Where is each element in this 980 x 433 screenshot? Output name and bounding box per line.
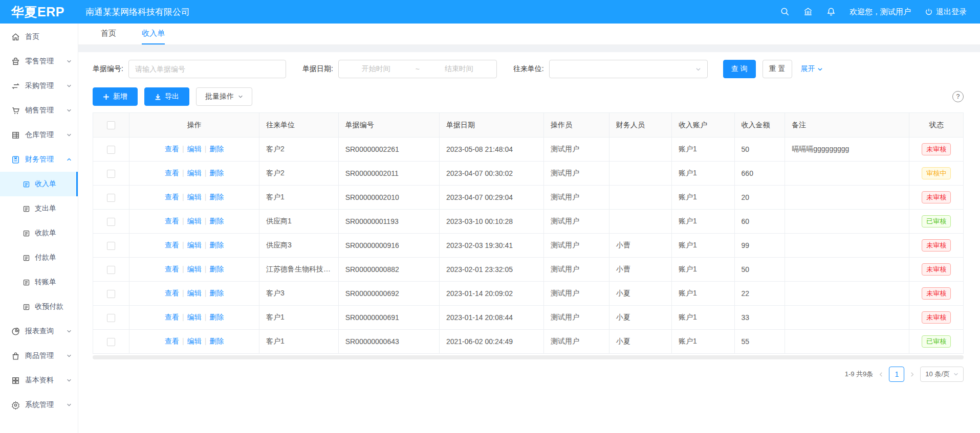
sidebar-item-finance[interactable]: 财务管理 [0,147,78,172]
sidebar-item-warehouse[interactable]: 仓库管理 [0,123,78,147]
content-divider [78,45,980,52]
view-link[interactable]: 查看 [165,241,179,249]
horizontal-scrollbar[interactable] [93,355,964,359]
row-checkbox[interactable] [107,194,115,202]
amount-cell: 55 [734,330,785,354]
bill-no-cell: SR00000002011 [338,162,439,186]
row-checkbox[interactable] [107,242,115,250]
table-row[interactable]: 查看|编辑|删除 客户3 SR00000000692 2023-01-14 20… [93,282,964,306]
edit-link[interactable]: 编辑 [187,265,202,273]
chevron-down-icon [67,59,72,64]
delete-link[interactable]: 删除 [209,145,224,153]
row-checkbox[interactable] [107,290,115,298]
table-row[interactable]: 查看|编辑|删除 客户1 SR00000000691 2023-01-14 20… [93,306,964,330]
status-badge: 未审核 [922,143,951,155]
partner-label: 往来单位: [513,64,544,74]
delete-link[interactable]: 删除 [209,241,224,249]
export-button[interactable]: 导出 [144,87,189,106]
bill-no-input[interactable] [128,60,286,78]
delete-link[interactable]: 删除 [209,313,224,321]
partner-select[interactable] [549,60,708,78]
search-icon[interactable] [780,7,790,16]
sidebar-item-home[interactable]: 首页 [0,25,78,49]
status-cell: 未审核 [909,138,964,162]
edit-link[interactable]: 编辑 [187,145,202,153]
sidebar-item-label: 财务管理 [25,155,54,164]
sidebar-item-basic-data[interactable]: 基本资料 [0,368,78,393]
cart-icon [11,106,20,115]
add-button[interactable]: 新增 [93,87,138,106]
sidebar-item-expense-bill[interactable]: 支出单 [0,196,78,221]
export-label: 导出 [165,92,179,101]
view-link[interactable]: 查看 [165,169,179,177]
edit-link[interactable]: 编辑 [187,193,202,201]
expand-link[interactable]: 展开 [801,64,823,74]
edit-link[interactable]: 编辑 [187,337,202,345]
row-checkbox[interactable] [107,170,115,178]
sidebar-item-goods[interactable]: 商品管理 [0,344,78,368]
table-row[interactable]: 查看|编辑|删除 供应商1 SR00000001193 2023-03-10 0… [93,210,964,234]
next-page-icon[interactable] [909,372,915,377]
help-icon[interactable]: ？ [952,91,964,102]
table-row[interactable]: 查看|编辑|删除 客户2 SR00000002261 2023-05-08 21… [93,138,964,162]
column-header-status: 状态 [909,113,964,138]
bank-icon[interactable] [803,7,813,16]
account-cell: 账户1 [672,258,734,282]
select-all-checkbox[interactable] [107,121,115,129]
table-row[interactable]: 查看|编辑|删除 客户1 SR00000000643 2021-06-02 00… [93,330,964,354]
delete-link[interactable]: 删除 [209,169,224,177]
view-link[interactable]: 查看 [165,217,179,225]
date-start-placeholder[interactable]: 开始时间 [339,64,413,74]
view-link[interactable]: 查看 [165,289,179,297]
logout-button[interactable]: 退出登录 [925,7,967,17]
row-checkbox[interactable] [107,146,115,154]
sidebar-item-reports[interactable]: 报表查询 [0,319,78,344]
page-number-button[interactable]: 1 [889,367,904,382]
delete-link[interactable]: 删除 [209,289,224,297]
tab-home[interactable]: 首页 [101,24,116,44]
row-checkbox[interactable] [107,266,115,274]
delete-link[interactable]: 删除 [209,265,224,273]
tab-income-bill[interactable]: 收入单 [142,24,165,44]
date-range-picker[interactable]: 开始时间 ~ 结束时间 [338,60,497,78]
row-checkbox[interactable] [107,314,115,322]
sidebar-item-retail[interactable]: 零售管理 [0,49,78,74]
batch-operation-button[interactable]: 批量操作 [196,87,252,106]
sidebar-item-receipt-bill[interactable]: 收款单 [0,221,78,245]
view-link[interactable]: 查看 [165,145,179,153]
reset-button[interactable]: 重 置 [763,60,792,78]
doc-icon [23,205,30,213]
view-link[interactable]: 查看 [165,265,179,273]
row-checkbox[interactable] [107,218,115,226]
sidebar-item-payment-bill[interactable]: 付款单 [0,245,78,270]
sidebar-item-sales[interactable]: 销售管理 [0,98,78,123]
view-link[interactable]: 查看 [165,313,179,321]
sidebar-item-purchase[interactable]: 采购管理 [0,74,78,98]
table-row[interactable]: 查看|编辑|删除 客户1 SR00000002010 2023-04-07 00… [93,186,964,210]
sidebar-item-income-bill[interactable]: 收入单 [0,172,78,196]
status-cell: 未审核 [909,258,964,282]
partner-cell: 客户2 [259,138,338,162]
sidebar-item-system[interactable]: 系统管理 [0,393,78,417]
edit-link[interactable]: 编辑 [187,313,202,321]
page-size-select[interactable]: 10 条/页 [920,367,964,382]
delete-link[interactable]: 删除 [209,337,224,345]
table-row[interactable]: 查看|编辑|删除 客户2 SR00000002011 2023-04-07 00… [93,162,964,186]
prev-page-icon[interactable] [878,372,884,377]
sidebar-item-prepaid-bill[interactable]: 收预付款 [0,294,78,319]
edit-link[interactable]: 编辑 [187,289,202,297]
delete-link[interactable]: 删除 [209,217,224,225]
table-row[interactable]: 查看|编辑|删除 供应商3 SR00000000916 2023-02-03 1… [93,234,964,258]
view-link[interactable]: 查看 [165,337,179,345]
view-link[interactable]: 查看 [165,193,179,201]
edit-link[interactable]: 编辑 [187,217,202,225]
bell-icon[interactable] [826,7,836,16]
edit-link[interactable]: 编辑 [187,169,202,177]
delete-link[interactable]: 删除 [209,193,224,201]
row-checkbox[interactable] [107,338,115,346]
table-row[interactable]: 查看|编辑|删除 江苏德鲁生物科技有限... SR00000000882 202… [93,258,964,282]
date-end-placeholder[interactable]: 结束时间 [422,64,496,74]
sidebar-item-transfer-bill[interactable]: 转账单 [0,270,78,294]
search-button[interactable]: 查 询 [723,60,756,78]
edit-link[interactable]: 编辑 [187,241,202,249]
